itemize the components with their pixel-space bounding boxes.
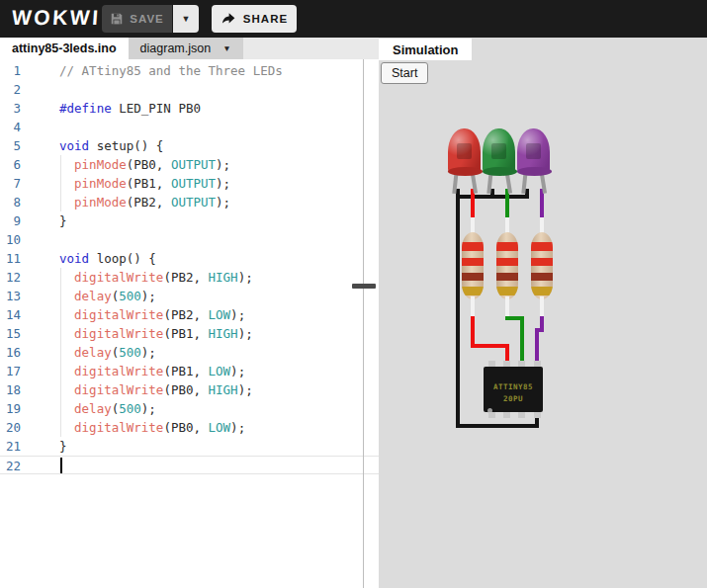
line-number: 8 <box>0 193 21 211</box>
resistor-band-4 <box>496 287 518 295</box>
resistor-body <box>462 232 484 299</box>
led-body <box>448 128 481 173</box>
resistor-2[interactable] <box>496 217 518 316</box>
code-line-19[interactable]: 19 delay(500); <box>0 399 379 418</box>
resistor-lead <box>540 296 544 316</box>
code-line-text: delay(500); <box>59 343 156 362</box>
resistor-band-1 <box>496 242 518 251</box>
wokwi-app: WOKWI SAVE ▼ SHARE <box>0 0 707 588</box>
line-number: 11 <box>0 249 21 268</box>
resistor-band-3 <box>462 273 484 281</box>
code-line-12[interactable]: 12 digitalWrite(PB2, HIGH); <box>0 268 379 287</box>
resistor-band-1 <box>531 242 553 251</box>
resistor-body <box>496 232 518 299</box>
line-number: 19 <box>0 399 21 418</box>
resistor-1[interactable] <box>462 217 484 316</box>
code-line-21[interactable]: 21} <box>0 437 379 456</box>
chip-pin <box>488 412 495 418</box>
led-body <box>483 128 515 173</box>
editor-tab-bar: attiny85-3leds.ino diagram.json ▼ <box>0 38 379 59</box>
code-line-text: pinMode(PB1, OUTPUT); <box>59 174 230 193</box>
tab-sketch-file-label: attiny85-3leds.ino <box>12 42 117 55</box>
line-number: 14 <box>0 305 21 324</box>
top-bar: WOKWI SAVE ▼ SHARE <box>0 0 707 38</box>
line-number: 3 <box>0 99 21 118</box>
code-line-text: digitalWrite(PB0, LOW); <box>59 418 245 437</box>
code-line-8[interactable]: 8 pinMode(PB2, OUTPUT); <box>0 193 379 211</box>
text-cursor <box>60 458 62 473</box>
led-green[interactable] <box>483 128 515 198</box>
code-line-text: digitalWrite(PB1, LOW); <box>59 362 245 380</box>
code-line-22[interactable]: 22 <box>0 456 379 474</box>
resistor-lead <box>505 296 509 316</box>
line-number: 5 <box>0 136 21 155</box>
code-line-text: void loop() { <box>59 249 156 268</box>
code-line-18[interactable]: 18 digitalWrite(PB0, HIGH); <box>0 380 379 399</box>
share-button-label: SHARE <box>243 13 288 25</box>
save-button-label: SAVE <box>130 13 163 25</box>
save-options-dropdown[interactable]: ▼ <box>173 5 199 33</box>
line-number: 18 <box>0 380 21 399</box>
line-number: 6 <box>0 155 21 174</box>
code-line-6[interactable]: 6 pinMode(PB0, OUTPUT); <box>0 155 379 174</box>
resistor-lead <box>471 296 475 316</box>
floppy-disk-icon <box>110 12 124 26</box>
save-button[interactable]: SAVE <box>102 5 172 33</box>
resistor-band-4 <box>462 287 484 295</box>
code-line-1[interactable]: 1// ATtiny85 and the Three LEDs <box>0 61 379 80</box>
code-line-text: } <box>59 437 67 456</box>
code-line-14[interactable]: 14 digitalWrite(PB2, LOW); <box>0 305 379 324</box>
code-line-2[interactable]: 2 <box>0 80 379 99</box>
attiny85-chip[interactable]: ATTINY85 20PU <box>484 361 543 418</box>
gnd-wire-rail-left <box>456 195 460 428</box>
resistor-band-2 <box>496 258 518 266</box>
resistor-band-2 <box>531 258 553 266</box>
circuit-diagram: ATTINY85 20PU <box>379 38 707 588</box>
resistor-3[interactable] <box>531 217 553 316</box>
chip-label: 20PU <box>484 394 543 403</box>
led-purple[interactable] <box>517 128 550 198</box>
line-number: 22 <box>0 457 21 475</box>
panel-divider-grip[interactable] <box>352 284 376 289</box>
code-line-3[interactable]: 3#define LED_PIN PB0 <box>0 99 379 118</box>
chip-pin <box>534 412 541 418</box>
code-line-text: delay(500); <box>59 287 156 305</box>
chevron-down-icon[interactable]: ▼ <box>222 43 230 53</box>
line-number: 4 <box>0 118 21 136</box>
resistor-band-3 <box>496 273 518 281</box>
save-button-group: SAVE ▼ <box>102 5 199 33</box>
gnd-wire-rail-bottom <box>456 424 539 428</box>
code-line-10[interactable]: 10 <box>0 230 379 249</box>
led-red[interactable] <box>448 128 481 198</box>
chip-pin <box>503 412 510 418</box>
tab-diagram-json[interactable]: diagram.json ▼ <box>129 38 243 59</box>
chevron-down-icon: ▼ <box>182 14 191 24</box>
resistor-band-3 <box>531 273 553 281</box>
code-line-text: digitalWrite(PB0, HIGH); <box>59 380 253 399</box>
panel-divider <box>363 59 364 588</box>
share-button[interactable]: SHARE <box>212 5 297 33</box>
tab-sketch-file[interactable]: attiny85-3leds.ino <box>0 38 129 59</box>
code-line-7[interactable]: 7 pinMode(PB1, OUTPUT); <box>0 174 379 193</box>
code-line-text: void setup() { <box>59 136 163 155</box>
chip-body: ATTINY85 20PU <box>484 367 543 412</box>
code-area[interactable]: 1// ATtiny85 and the Three LEDs23#define… <box>0 59 379 588</box>
code-line-5[interactable]: 5void setup() { <box>0 136 379 155</box>
code-line-16[interactable]: 16 delay(500); <box>0 343 379 362</box>
code-line-13[interactable]: 13 delay(500); <box>0 287 379 305</box>
line-number: 13 <box>0 287 21 305</box>
red-wire-seg2 <box>471 344 509 348</box>
code-line-15[interactable]: 15 digitalWrite(PB1, HIGH); <box>0 324 379 343</box>
wokwi-logo[interactable]: WOKWI <box>11 6 101 30</box>
code-line-20[interactable]: 20 digitalWrite(PB0, LOW); <box>0 418 379 437</box>
line-number: 17 <box>0 362 21 380</box>
code-line-11[interactable]: 11void loop() { <box>0 249 379 268</box>
line-number: 20 <box>0 418 21 437</box>
resistor-band-2 <box>462 258 484 266</box>
code-line-text: #define LED_PIN PB0 <box>59 99 201 118</box>
code-line-9[interactable]: 9} <box>0 211 379 230</box>
code-line-text: digitalWrite(PB2, LOW); <box>59 305 245 324</box>
code-line-4[interactable]: 4 <box>0 118 379 136</box>
tab-diagram-json-label: diagram.json <box>140 42 212 55</box>
code-line-17[interactable]: 17 digitalWrite(PB1, LOW); <box>0 362 379 380</box>
